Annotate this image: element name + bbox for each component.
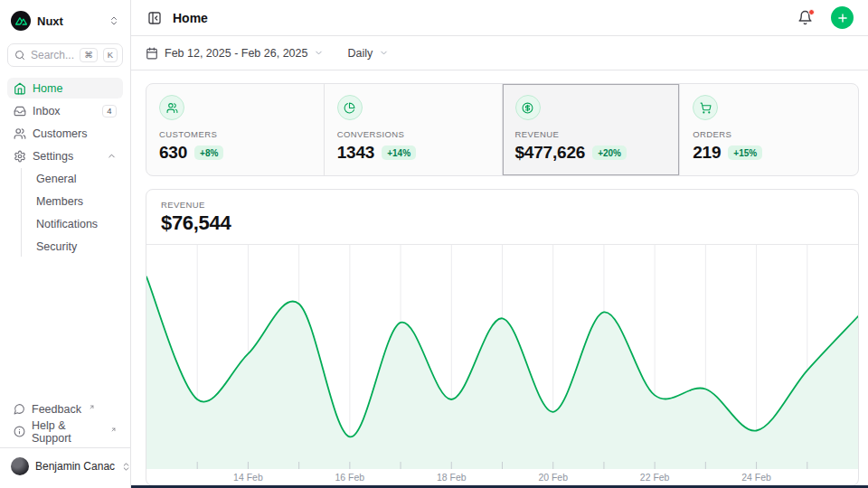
sidebar-item-settings[interactable]: Settings (7, 145, 123, 166)
help-support-link[interactable]: Help & Support (7, 421, 123, 442)
user-name: Benjamin Canac (35, 460, 115, 473)
dashboard-content: CUSTOMERS 630 +8% CONVERSIONS 1343 +14% (131, 70, 868, 488)
stats-grid: CUSTOMERS 630 +8% CONVERSIONS 1343 +14% (146, 83, 859, 176)
chart-pie-icon (337, 95, 363, 120)
sidebar-item-inbox[interactable]: Inbox 4 (7, 100, 123, 121)
chat-bubble-icon (14, 403, 25, 415)
users-icon (159, 95, 184, 120)
external-link-icon (89, 400, 95, 413)
sidebar-item-notifications[interactable]: Notifications (33, 213, 123, 234)
revenue-chart-card: REVENUE $76,544 14 Feb16 Feb18 Feb20 Feb… (146, 189, 859, 486)
stat-delta-badge: +20% (592, 145, 627, 160)
search-input[interactable]: Search... ⌘ K (7, 43, 123, 67)
panel-collapse-icon (147, 11, 162, 25)
sidebar-item-label: Inbox (33, 105, 96, 117)
sidebar-subitem-label: General (36, 173, 76, 185)
stat-label: CUSTOMERS (159, 129, 311, 139)
sidebar-spacer (7, 257, 123, 399)
chart-header: REVENUE $76,544 (146, 190, 858, 245)
stat-value: $477,626 (515, 143, 586, 163)
stat-label: CONVERSIONS (337, 129, 489, 139)
divider (0, 447, 130, 448)
add-button[interactable] (831, 6, 854, 29)
stat-value: 219 (693, 143, 721, 163)
sidebar: Nuxt Search... ⌘ K Home Inbox 4 Customer… (0, 0, 131, 488)
sidebar-nav: Home Inbox 4 Customers Settings General … (7, 78, 123, 257)
nuxt-logo-icon (11, 11, 31, 31)
feedback-label: Feedback (32, 403, 81, 416)
feedback-link[interactable]: Feedback (7, 399, 123, 419)
users-icon (14, 127, 26, 140)
app-window: Nuxt Search... ⌘ K Home Inbox 4 Customer… (0, 0, 868, 488)
x-axis-label: 14 Feb (233, 473, 263, 483)
info-circle-icon (14, 426, 25, 437)
sidebar-item-customers[interactable]: Customers (7, 123, 123, 144)
stat-label: ORDERS (693, 129, 845, 139)
inbox-count-badge: 4 (102, 105, 117, 117)
search-icon (14, 50, 25, 61)
sidebar-item-label: Customers (33, 127, 117, 140)
period-value: Daily (347, 47, 373, 60)
gear-icon (14, 150, 26, 163)
sidebar-subitem-label: Security (36, 240, 77, 253)
stat-delta-badge: +14% (382, 145, 416, 160)
sidebar-footer: Feedback Help & Support Benjamin Canac (7, 399, 123, 483)
workspace-name: Nuxt (37, 14, 102, 28)
search-placeholder: Search... (31, 49, 74, 61)
x-axis-label: 24 Feb (741, 473, 771, 483)
sidebar-item-members[interactable]: Members (33, 191, 123, 211)
chevron-down-icon (314, 48, 324, 58)
external-link-icon (110, 423, 117, 436)
sidebar-item-home[interactable]: Home (7, 78, 123, 99)
page-header: Home (131, 0, 868, 36)
notification-dot (808, 9, 815, 15)
home-icon (14, 82, 26, 95)
x-axis-label: 22 Feb (640, 473, 670, 483)
kbd-k: K (103, 48, 118, 61)
avatar (11, 457, 29, 475)
chart-metric-label: REVENUE (161, 200, 844, 210)
collapse-sidebar-button[interactable] (146, 9, 164, 27)
revenue-area-chart: 14 Feb16 Feb18 Feb20 Feb22 Feb24 Feb (146, 245, 858, 485)
workspace-switcher[interactable]: Nuxt (7, 7, 123, 34)
inbox-icon (14, 105, 26, 117)
page-title: Home (173, 11, 787, 25)
stat-card-customers[interactable]: CUSTOMERS 630 +8% (146, 84, 325, 175)
help-support-label: Help & Support (32, 419, 103, 445)
stat-value: 1343 (337, 143, 374, 163)
chevron-up-icon (107, 151, 117, 161)
cart-icon (693, 95, 718, 120)
sidebar-item-general[interactable]: General (33, 168, 123, 189)
date-range-picker[interactable]: Feb 12, 2025 - Feb 26, 2025 (146, 47, 324, 60)
stat-delta-badge: +8% (194, 145, 223, 160)
stat-card-revenue[interactable]: REVENUE $477,626 +20% (503, 84, 681, 175)
x-axis-label: 20 Feb (538, 473, 568, 483)
kbd-meta: ⌘ (80, 48, 98, 61)
stat-value: 630 (159, 143, 187, 163)
sidebar-item-label: Home (33, 82, 117, 95)
calendar-icon (146, 47, 158, 60)
chevrons-up-down-icon (108, 15, 119, 26)
dollar-icon (515, 95, 541, 120)
chart-plot-area[interactable]: 14 Feb16 Feb18 Feb20 Feb22 Feb24 Feb (146, 245, 858, 485)
sidebar-subitem-label: Members (36, 195, 83, 208)
stat-card-conversions[interactable]: CONVERSIONS 1343 +14% (325, 84, 503, 175)
filters-toolbar: Feb 12, 2025 - Feb 26, 2025 Daily (131, 36, 868, 70)
notifications-button[interactable] (796, 8, 815, 27)
user-menu[interactable]: Benjamin Canac (7, 455, 123, 477)
stat-card-orders[interactable]: ORDERS 219 +15% (680, 84, 858, 175)
sidebar-subitem-label: Notifications (36, 218, 98, 230)
chart-metric-value: $76,544 (161, 211, 844, 235)
x-axis-label: 18 Feb (437, 473, 467, 483)
plus-icon (836, 12, 849, 24)
settings-subnav: General Members Notifications Security (21, 168, 123, 257)
sidebar-item-label: Settings (33, 150, 100, 163)
main-panel: Home Feb 12, 2025 - Feb 26, 2025 Daily (131, 0, 868, 488)
chevron-down-icon (379, 48, 389, 58)
stat-delta-badge: +15% (728, 145, 762, 160)
date-range-value: Feb 12, 2025 - Feb 26, 2025 (165, 47, 307, 60)
chevrons-up-down-icon (121, 462, 131, 472)
sidebar-item-security[interactable]: Security (33, 236, 123, 257)
stat-label: REVENUE (515, 129, 667, 139)
period-select[interactable]: Daily (347, 47, 389, 60)
